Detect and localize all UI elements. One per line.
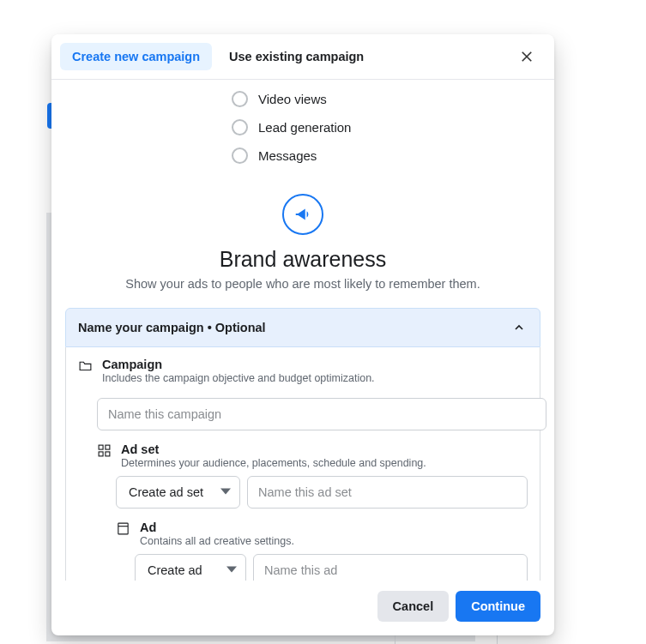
adset-label: Ad set	[121, 442, 528, 456]
ad-level: Ad Contains all ad creative settings.	[116, 521, 528, 547]
objective-lead-generation[interactable]: Lead generation	[232, 113, 540, 141]
radio-label: Messages	[258, 148, 317, 163]
svg-rect-0	[99, 445, 103, 449]
objective-radio-group: Video views Lead generation Messages	[232, 85, 540, 170]
chevron-up-icon	[510, 319, 528, 336]
campaign-label: Campaign	[102, 358, 528, 371]
modal-body: Video views Lead generation Messages Bra…	[51, 80, 554, 581]
tab-create-new[interactable]: Create new campaign	[60, 43, 212, 70]
radio-icon	[232, 147, 248, 164]
objective-video-views[interactable]: Video views	[232, 85, 540, 113]
close-button[interactable]	[513, 43, 540, 70]
adset-desc: Determines your audience, placements, sc…	[121, 457, 528, 469]
svg-rect-4	[118, 523, 128, 534]
continue-button[interactable]: Continue	[456, 591, 540, 622]
radio-icon	[232, 91, 248, 107]
ad-label: Ad	[140, 521, 528, 534]
adset-action-dropdown[interactable]: Create ad set	[116, 476, 240, 509]
caret-down-icon	[220, 485, 231, 499]
close-icon	[519, 49, 534, 64]
objective-description: Show your ads to people who are most lik…	[65, 277, 540, 291]
svg-rect-3	[106, 452, 110, 456]
grid-icon	[97, 443, 112, 458]
tab-use-existing[interactable]: Use existing campaign	[217, 43, 376, 70]
section-title: Name your campaign • Optional	[78, 321, 266, 334]
radio-label: Video views	[258, 92, 327, 106]
create-campaign-modal: Create new campaign Use existing campaig…	[51, 34, 554, 635]
svg-rect-1	[106, 445, 110, 449]
folder-icon	[78, 358, 93, 373]
name-campaign-section-header[interactable]: Name your campaign • Optional	[65, 308, 540, 347]
page-icon	[116, 521, 130, 536]
radio-icon	[232, 119, 248, 135]
objective-title: Brand awareness	[65, 247, 540, 272]
objective-hero: Brand awareness Show your ads to people …	[65, 194, 540, 291]
modal-header: Create new campaign Use existing campaig…	[51, 34, 554, 80]
ad-desc: Contains all ad creative settings.	[140, 535, 528, 547]
adset-level: Ad set Determines your audience, placeme…	[97, 442, 528, 469]
objective-messages[interactable]: Messages	[232, 141, 540, 170]
campaign-level: Campaign Includes the campaign objective…	[78, 358, 528, 384]
modal-footer: Cancel Continue	[51, 581, 554, 635]
campaign-name-input[interactable]	[97, 398, 546, 430]
svg-rect-2	[99, 452, 103, 456]
campaign-desc: Includes the campaign objective and budg…	[102, 372, 528, 384]
caret-down-icon	[226, 563, 237, 577]
megaphone-icon	[282, 194, 323, 235]
ad-name-input[interactable]	[253, 554, 528, 581]
cancel-button[interactable]: Cancel	[377, 591, 450, 622]
dropdown-label: Create ad	[148, 563, 202, 577]
dropdown-label: Create ad set	[129, 485, 203, 499]
adset-name-input[interactable]	[247, 476, 528, 509]
radio-label: Lead generation	[258, 120, 351, 135]
ad-action-dropdown[interactable]: Create ad	[135, 554, 246, 581]
name-campaign-section-body: Campaign Includes the campaign objective…	[65, 347, 540, 581]
